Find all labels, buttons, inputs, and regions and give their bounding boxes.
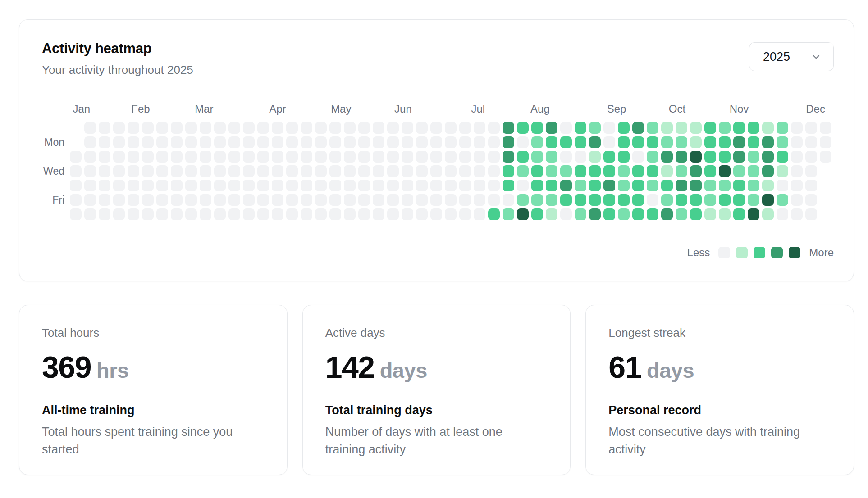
heatmap-cell[interactable] xyxy=(589,208,601,220)
heatmap-cell[interactable] xyxy=(272,180,283,191)
heatmap-cell[interactable] xyxy=(733,180,745,191)
heatmap-cell[interactable] xyxy=(546,122,557,134)
heatmap-cell[interactable] xyxy=(70,180,82,191)
heatmap-cell[interactable] xyxy=(402,208,413,220)
heatmap-cell[interactable] xyxy=(546,151,557,163)
heatmap-cell[interactable] xyxy=(805,151,817,163)
heatmap-cell[interactable] xyxy=(344,208,356,220)
heatmap-cell[interactable] xyxy=(748,208,759,220)
heatmap-cell[interactable] xyxy=(676,208,687,220)
heatmap-cell[interactable] xyxy=(329,208,341,220)
heatmap-cell[interactable] xyxy=(70,165,82,177)
heatmap-cell[interactable] xyxy=(301,208,312,220)
heatmap-cell[interactable] xyxy=(301,165,312,177)
heatmap-cell[interactable] xyxy=(416,151,428,163)
heatmap-cell[interactable] xyxy=(474,122,485,134)
heatmap-cell[interactable] xyxy=(820,151,831,163)
heatmap-cell[interactable] xyxy=(430,151,442,163)
heatmap-cell[interactable] xyxy=(416,122,428,134)
heatmap-cell[interactable] xyxy=(142,208,154,220)
heatmap-cell[interactable] xyxy=(402,122,413,134)
heatmap-cell[interactable] xyxy=(286,208,298,220)
heatmap-cell[interactable] xyxy=(618,136,630,148)
heatmap-cell[interactable] xyxy=(214,208,226,220)
heatmap-cell[interactable] xyxy=(676,136,687,148)
heatmap-cell[interactable] xyxy=(503,194,514,206)
heatmap-cell[interactable] xyxy=(373,165,384,177)
heatmap-cell[interactable] xyxy=(113,122,125,134)
heatmap-cell[interactable] xyxy=(99,180,110,191)
heatmap-cell[interactable] xyxy=(185,208,197,220)
heatmap-cell[interactable] xyxy=(185,151,197,163)
heatmap-cell[interactable] xyxy=(575,122,586,134)
heatmap-cell[interactable] xyxy=(402,194,413,206)
heatmap-cell[interactable] xyxy=(430,165,442,177)
heatmap-cell[interactable] xyxy=(286,151,298,163)
heatmap-cell[interactable] xyxy=(661,151,673,163)
heatmap-cell[interactable] xyxy=(603,151,615,163)
heatmap-cell[interactable] xyxy=(719,122,731,134)
heatmap-cell[interactable] xyxy=(286,180,298,191)
heatmap-cell[interactable] xyxy=(791,194,803,206)
heatmap-cell[interactable] xyxy=(272,151,283,163)
heatmap-cell[interactable] xyxy=(243,151,255,163)
heatmap-cell[interactable] xyxy=(243,208,255,220)
heatmap-cell[interactable] xyxy=(820,122,831,134)
heatmap-cell[interactable] xyxy=(445,165,457,177)
heatmap-cell[interactable] xyxy=(690,165,702,177)
heatmap-cell[interactable] xyxy=(128,151,139,163)
heatmap-cell[interactable] xyxy=(661,165,673,177)
heatmap-cell[interactable] xyxy=(257,194,269,206)
heatmap-cell[interactable] xyxy=(704,151,716,163)
heatmap-cell[interactable] xyxy=(128,180,139,191)
heatmap-cell[interactable] xyxy=(344,151,356,163)
heatmap-cell[interactable] xyxy=(488,136,500,148)
heatmap-cell[interactable] xyxy=(719,208,731,220)
heatmap-cell[interactable] xyxy=(243,122,255,134)
heatmap-cell[interactable] xyxy=(445,151,457,163)
heatmap-cell[interactable] xyxy=(589,151,601,163)
heatmap-cell[interactable] xyxy=(214,180,226,191)
heatmap-cell[interactable] xyxy=(805,180,817,191)
heatmap-cell[interactable] xyxy=(99,208,110,220)
heatmap-cell[interactable] xyxy=(531,208,543,220)
heatmap-cell[interactable] xyxy=(200,122,211,134)
heatmap-cell[interactable] xyxy=(488,122,500,134)
heatmap-cell[interactable] xyxy=(647,165,658,177)
heatmap-cell[interactable] xyxy=(733,136,745,148)
heatmap-cell[interactable] xyxy=(214,151,226,163)
heatmap-cell[interactable] xyxy=(546,208,557,220)
heatmap-cell[interactable] xyxy=(690,136,702,148)
heatmap-cell[interactable] xyxy=(445,122,457,134)
heatmap-cell[interactable] xyxy=(546,165,557,177)
heatmap-cell[interactable] xyxy=(632,122,644,134)
heatmap-cell[interactable] xyxy=(603,136,615,148)
heatmap-cell[interactable] xyxy=(517,208,529,220)
heatmap-cell[interactable] xyxy=(228,194,240,206)
heatmap-cell[interactable] xyxy=(618,180,630,191)
heatmap-cell[interactable] xyxy=(70,151,82,163)
heatmap-cell[interactable] xyxy=(733,122,745,134)
heatmap-cell[interactable] xyxy=(344,165,356,177)
heatmap-cell[interactable] xyxy=(748,194,759,206)
heatmap-cell[interactable] xyxy=(748,180,759,191)
heatmap-cell[interactable] xyxy=(805,208,817,220)
heatmap-cell[interactable] xyxy=(488,180,500,191)
heatmap-cell[interactable] xyxy=(733,165,745,177)
heatmap-cell[interactable] xyxy=(315,180,327,191)
heatmap-cell[interactable] xyxy=(142,136,154,148)
heatmap-cell[interactable] xyxy=(676,180,687,191)
heatmap-cell[interactable] xyxy=(762,122,774,134)
heatmap-cell[interactable] xyxy=(257,136,269,148)
heatmap-cell[interactable] xyxy=(200,194,211,206)
heatmap-cell[interactable] xyxy=(575,136,586,148)
heatmap-cell[interactable] xyxy=(171,136,183,148)
heatmap-cell[interactable] xyxy=(373,122,384,134)
heatmap-cell[interactable] xyxy=(632,180,644,191)
heatmap-cell[interactable] xyxy=(344,136,356,148)
heatmap-cell[interactable] xyxy=(344,194,356,206)
heatmap-cell[interactable] xyxy=(503,180,514,191)
heatmap-cell[interactable] xyxy=(358,122,370,134)
heatmap-cell[interactable] xyxy=(257,122,269,134)
heatmap-cell[interactable] xyxy=(704,122,716,134)
